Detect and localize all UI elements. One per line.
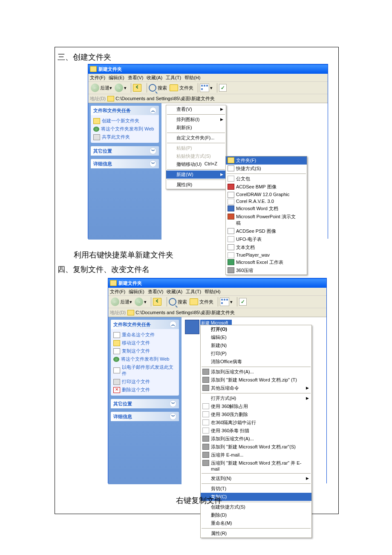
ctx-item[interactable]: 删除(D) — [201, 511, 311, 519]
menu-help[interactable]: 帮助(H) — [184, 75, 200, 81]
task-item[interactable]: 打印这个文件 — [113, 378, 176, 386]
ctx-item[interactable]: 新建(N) — [201, 341, 311, 350]
ctx-item[interactable]: 添加到 "新建 Microsoft Word 文档.zip" (T) — [201, 376, 311, 384]
ctx-item[interactable]: 在360隔离沙箱中运行 — [201, 419, 311, 427]
submenu-item[interactable]: Microsoft Word 文档 — [226, 205, 307, 213]
toolbar: ←后退 ▾ →▾ 搜索 文件夹 ▾ ✓ — [88, 82, 328, 94]
ctx-refresh[interactable]: 刷新(E) — [166, 124, 226, 132]
panel-tasks: 文件和文件夹任务︽ 重命名这个文件移动这个文件复制这个文件将这个文件发布到 We… — [111, 320, 179, 396]
back-button[interactable]: ←后退 ▾ — [91, 84, 112, 92]
ctx-item[interactable]: 使用 360强力删除 — [201, 410, 311, 419]
views-button[interactable]: ▾ — [200, 84, 213, 92]
chevron-down-icon[interactable]: ︾ — [150, 160, 156, 167]
submenu-item[interactable]: 公文包 — [226, 175, 307, 183]
chevron-up-icon[interactable]: ︽ — [170, 321, 176, 328]
ctx-new[interactable]: 新建(W)▶ — [166, 171, 226, 179]
task-publish-web[interactable]: 将这个文件夹发布到 Web — [93, 125, 156, 133]
task-new-folder[interactable]: 创建一个新文件夹 — [93, 117, 156, 125]
word-file-icon[interactable] — [185, 320, 199, 334]
ctx-paste-sc: 粘贴快捷方式(S) — [166, 152, 226, 160]
submenu-item[interactable]: Corel R.A.V.E. 3.0 — [226, 198, 307, 205]
explorer-window-2: 新建文件夹 文件(F) 编辑(E) 查看(V) 收藏(A) 工具(T) 帮助(H… — [108, 278, 327, 483]
up-button[interactable] — [153, 298, 162, 306]
ctx-item[interactable]: 压缩到 "新建 Microsoft Word 文档.rar" 并 E-mail — [201, 459, 311, 472]
search-button[interactable]: 搜索 — [149, 84, 167, 92]
search-button[interactable]: 搜索 — [169, 298, 187, 306]
back-button[interactable]: ←后退 ▾ — [111, 298, 132, 306]
submenu-item[interactable]: Microsoft PowerPoint 演示文稿 — [226, 213, 307, 227]
ctx-item[interactable]: 清除Office病毒 — [201, 358, 311, 366]
ctx-item[interactable]: 打印(P) — [201, 350, 311, 358]
submenu-item[interactable]: ACDSee BMP 图像 — [226, 183, 307, 191]
ctx-custom[interactable]: 自定义文件夹(F)... — [166, 134, 226, 142]
task-item[interactable]: ✕删除这个文件 — [113, 386, 176, 394]
submenu-item[interactable]: UFO-电子表 — [226, 235, 307, 243]
task-item[interactable]: 复制这个文件 — [113, 347, 176, 355]
menu-fav[interactable]: 收藏(A) — [147, 75, 162, 81]
submenu-item[interactable]: ACDSee PSD 图像 — [226, 227, 307, 235]
ctx-item[interactable]: 打开方式(H)▶ — [201, 394, 311, 402]
heading-3: 三、创建文件夹 — [58, 52, 111, 62]
task-item[interactable]: 将这个文件发布到 Web — [113, 355, 176, 363]
submenu-item[interactable]: 360压缩 — [226, 266, 307, 275]
menu-tools[interactable]: 工具(T) — [166, 75, 181, 81]
titlebar[interactable]: 新建文件夹 — [88, 64, 328, 74]
task-share[interactable]: 共享此文件夹 — [93, 133, 156, 141]
folders-button[interactable]: 文件夹 — [190, 298, 213, 305]
addr-path[interactable]: C:\Documents and Settings\85\桌面\新建文件夹 — [135, 309, 234, 316]
ctx-item[interactable]: 添加到压缩文件(A)... — [201, 368, 311, 376]
task-item[interactable]: 重命名这个文件 — [113, 331, 176, 339]
up-button[interactable] — [133, 84, 142, 92]
submenu-item[interactable]: Microsoft Excel 工作表 — [226, 258, 307, 266]
ctx-item[interactable]: 发送到(N)▶ — [201, 474, 311, 483]
ctx-item[interactable]: 其他压缩命令▶ — [201, 384, 311, 392]
menu-edit[interactable]: 编辑(E) — [109, 75, 124, 81]
check-icon[interactable]: ✓ — [239, 298, 247, 306]
content-area[interactable]: 查看(V)▶ 排列图标(I)▶ 刷新(E) 自定义文件夹(F)... 粘贴(P)… — [161, 103, 328, 240]
ctx-view[interactable]: 查看(V)▶ — [166, 105, 226, 113]
ctx-item[interactable]: 压缩并 E-mail... — [201, 451, 311, 459]
task-item[interactable]: 移动这个文件 — [113, 339, 176, 347]
forward-button[interactable]: →▾ — [115, 84, 127, 92]
views-button[interactable]: ▾ — [220, 298, 233, 306]
menu-file[interactable]: 文件(F) — [110, 289, 125, 295]
ctx-item[interactable]: 添加到 "新建 Microsoft Word 文档.rar"(S) — [201, 443, 311, 451]
ctx-item[interactable]: 使用 360解除占用 — [201, 402, 311, 410]
folder-icon — [110, 280, 117, 286]
chevron-up-icon[interactable]: ︽ — [150, 107, 156, 114]
ctx-item[interactable]: 属性(R) — [201, 529, 311, 538]
menu-edit[interactable]: 编辑(E) — [129, 289, 144, 295]
folders-button[interactable]: 文件夹 — [170, 84, 193, 91]
menu-tools[interactable]: 工具(T) — [186, 289, 201, 295]
addr-path[interactable]: C:\Documents and Settings\85\桌面\新建文件夹 — [115, 95, 214, 102]
menu-file[interactable]: 文件(F) — [90, 75, 105, 81]
content-area[interactable]: 新建 Microsoft Word 打开(O)编辑(E)新建(N)打印(P)清除… — [182, 317, 326, 484]
menu-view[interactable]: 查看(V) — [148, 289, 164, 295]
submenu-item[interactable]: CorelDRAW 12.0 Graphic — [226, 191, 307, 198]
menu-fav[interactable]: 收藏(A) — [167, 289, 182, 295]
ctx-item[interactable]: 添加到压缩文件(A)... — [201, 435, 311, 443]
ctx-prop[interactable]: 属性(R) — [166, 181, 226, 189]
forward-button[interactable]: →▾ — [135, 298, 147, 306]
ctx-item[interactable]: 使用 360杀毒 扫描 — [201, 427, 311, 435]
panel-header[interactable]: 文件和文件夹任务︽ — [91, 106, 159, 115]
ctx-undo[interactable]: 撤销移动(U)Ctrl+Z — [166, 160, 226, 168]
chevron-down-icon[interactable]: ︾ — [150, 147, 156, 154]
check-icon[interactable]: ✓ — [219, 84, 227, 92]
ctx-item[interactable]: 打开(O) — [201, 325, 311, 333]
submenu-item[interactable]: 快捷方式(S) — [226, 165, 307, 173]
menu-view[interactable]: 查看(V) — [128, 75, 144, 81]
titlebar[interactable]: 新建文件夹 — [108, 278, 326, 288]
ctx-arrange[interactable]: 排列图标(I)▶ — [166, 116, 226, 124]
menu-help[interactable]: 帮助(H) — [205, 289, 220, 295]
ctx-item[interactable]: 剪切(T) — [201, 485, 311, 493]
submenu-item[interactable]: TruePlayer_wav — [226, 251, 307, 258]
submenu-item[interactable]: 文本文档 — [226, 243, 307, 251]
submenu-item[interactable]: 文件夹(F) — [226, 156, 307, 165]
ctx-item[interactable]: 编辑(E) — [201, 333, 311, 341]
chevron-down-icon[interactable]: ︾ — [170, 400, 176, 407]
heading-4: 四、复制文件、改变文件名 — [58, 264, 150, 275]
task-item[interactable]: 以电子邮件形式发送此文件 — [113, 363, 176, 378]
chevron-down-icon[interactable]: ︾ — [170, 413, 176, 420]
ctx-item[interactable]: 重命名(M) — [201, 519, 311, 527]
